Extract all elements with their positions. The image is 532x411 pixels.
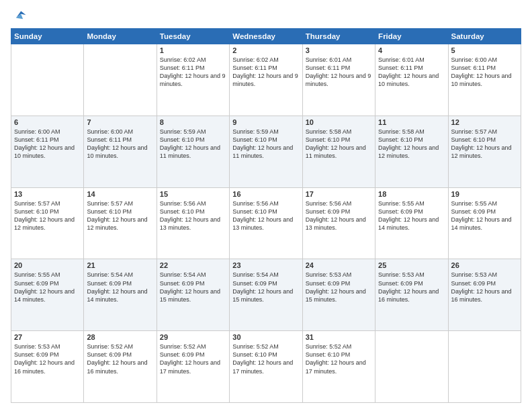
- day-info: Sunrise: 5:53 AM Sunset: 6:09 PM Dayligh…: [451, 271, 518, 304]
- weekday-header-tuesday: Tuesday: [157, 29, 229, 44]
- day-number: 14: [87, 190, 153, 198]
- day-number: 19: [451, 190, 518, 198]
- day-number: 29: [160, 333, 226, 341]
- day-info: Sunrise: 5:59 AM Sunset: 6:10 PM Dayligh…: [160, 128, 226, 161]
- day-info: Sunrise: 5:54 AM Sunset: 6:09 PM Dayligh…: [160, 271, 226, 304]
- day-info: Sunrise: 6:01 AM Sunset: 6:11 PM Dayligh…: [306, 56, 372, 89]
- day-info: Sunrise: 6:00 AM Sunset: 6:11 PM Dayligh…: [14, 128, 81, 161]
- week-row-4: 20Sunrise: 5:55 AM Sunset: 6:09 PM Dayli…: [11, 259, 521, 331]
- day-info: Sunrise: 5:53 AM Sunset: 6:09 PM Dayligh…: [14, 342, 81, 375]
- day-info: Sunrise: 5:58 AM Sunset: 6:10 PM Dayligh…: [306, 128, 372, 161]
- day-info: Sunrise: 6:00 AM Sunset: 6:11 PM Dayligh…: [451, 56, 518, 89]
- day-number: 15: [160, 190, 226, 198]
- calendar-cell: 18Sunrise: 5:55 AM Sunset: 6:09 PM Dayli…: [375, 187, 448, 259]
- calendar-cell: 23Sunrise: 5:54 AM Sunset: 6:09 PM Dayli…: [230, 259, 302, 331]
- day-number: 30: [232, 333, 299, 341]
- calendar-cell: [448, 331, 521, 403]
- day-info: Sunrise: 5:52 AM Sunset: 6:09 PM Dayligh…: [160, 342, 226, 375]
- day-number: 27: [14, 333, 81, 341]
- calendar-cell: 19Sunrise: 5:55 AM Sunset: 6:09 PM Dayli…: [448, 187, 521, 259]
- calendar-cell: 6Sunrise: 6:00 AM Sunset: 6:11 PM Daylig…: [11, 116, 84, 187]
- calendar-cell: 7Sunrise: 6:00 AM Sunset: 6:11 PM Daylig…: [84, 116, 157, 187]
- day-number: 18: [378, 190, 445, 198]
- day-info: Sunrise: 5:52 AM Sunset: 6:09 PM Dayligh…: [87, 342, 153, 375]
- calendar-cell: 30Sunrise: 5:52 AM Sunset: 6:10 PM Dayli…: [230, 331, 302, 403]
- page: SundayMondayTuesdayWednesdayThursdayFrid…: [0, 0, 532, 411]
- day-number: 4: [378, 46, 445, 54]
- day-info: Sunrise: 5:59 AM Sunset: 6:10 PM Dayligh…: [232, 128, 299, 161]
- calendar-cell: 4Sunrise: 6:01 AM Sunset: 6:11 PM Daylig…: [375, 44, 448, 116]
- day-info: Sunrise: 6:01 AM Sunset: 6:11 PM Dayligh…: [378, 56, 445, 89]
- day-number: 26: [451, 261, 518, 269]
- calendar-cell: 14Sunrise: 5:57 AM Sunset: 6:10 PM Dayli…: [84, 187, 157, 259]
- day-info: Sunrise: 5:57 AM Sunset: 6:10 PM Dayligh…: [14, 199, 81, 232]
- day-number: 13: [14, 190, 81, 198]
- calendar-cell: 15Sunrise: 5:56 AM Sunset: 6:10 PM Dayli…: [157, 187, 229, 259]
- calendar-cell: 10Sunrise: 5:58 AM Sunset: 6:10 PM Dayli…: [302, 116, 375, 187]
- day-info: Sunrise: 5:53 AM Sunset: 6:09 PM Dayligh…: [306, 271, 372, 304]
- calendar-cell: 28Sunrise: 5:52 AM Sunset: 6:09 PM Dayli…: [84, 331, 157, 403]
- day-info: Sunrise: 5:55 AM Sunset: 6:09 PM Dayligh…: [14, 271, 81, 304]
- calendar-cell: [84, 44, 157, 116]
- day-info: Sunrise: 5:54 AM Sunset: 6:09 PM Dayligh…: [232, 271, 299, 304]
- calendar-cell: 27Sunrise: 5:53 AM Sunset: 6:09 PM Dayli…: [11, 331, 84, 403]
- day-info: Sunrise: 6:02 AM Sunset: 6:11 PM Dayligh…: [160, 56, 226, 89]
- day-number: 10: [306, 118, 372, 126]
- calendar-cell: 9Sunrise: 5:59 AM Sunset: 6:10 PM Daylig…: [230, 116, 302, 187]
- day-info: Sunrise: 6:02 AM Sunset: 6:11 PM Dayligh…: [232, 56, 299, 89]
- week-row-3: 13Sunrise: 5:57 AM Sunset: 6:10 PM Dayli…: [11, 187, 521, 259]
- calendar-cell: 8Sunrise: 5:59 AM Sunset: 6:10 PM Daylig…: [157, 116, 229, 187]
- day-number: 11: [378, 118, 445, 126]
- day-number: 2: [232, 46, 299, 54]
- day-number: 31: [306, 333, 372, 341]
- calendar-cell: 2Sunrise: 6:02 AM Sunset: 6:11 PM Daylig…: [230, 44, 302, 116]
- calendar-cell: 1Sunrise: 6:02 AM Sunset: 6:11 PM Daylig…: [157, 44, 229, 116]
- day-info: Sunrise: 5:52 AM Sunset: 6:10 PM Dayligh…: [232, 342, 299, 375]
- day-number: 6: [14, 118, 81, 126]
- calendar-cell: 5Sunrise: 6:00 AM Sunset: 6:11 PM Daylig…: [448, 44, 521, 116]
- calendar-cell: 21Sunrise: 5:54 AM Sunset: 6:09 PM Dayli…: [84, 259, 157, 331]
- calendar-table: SundayMondayTuesdayWednesdayThursdayFrid…: [11, 28, 521, 403]
- calendar-cell: 13Sunrise: 5:57 AM Sunset: 6:10 PM Dayli…: [11, 187, 84, 259]
- calendar-cell: 11Sunrise: 5:58 AM Sunset: 6:10 PM Dayli…: [375, 116, 448, 187]
- day-info: Sunrise: 5:55 AM Sunset: 6:09 PM Dayligh…: [451, 199, 518, 232]
- day-number: 22: [160, 261, 226, 269]
- day-info: Sunrise: 5:55 AM Sunset: 6:09 PM Dayligh…: [378, 199, 445, 232]
- day-number: 28: [87, 333, 153, 341]
- calendar-cell: 24Sunrise: 5:53 AM Sunset: 6:09 PM Dayli…: [302, 259, 375, 331]
- weekday-header-monday: Monday: [84, 29, 157, 44]
- calendar-cell: 29Sunrise: 5:52 AM Sunset: 6:09 PM Dayli…: [157, 331, 229, 403]
- week-row-2: 6Sunrise: 6:00 AM Sunset: 6:11 PM Daylig…: [11, 116, 521, 187]
- day-number: 7: [87, 118, 153, 126]
- day-info: Sunrise: 5:54 AM Sunset: 6:09 PM Dayligh…: [87, 271, 153, 304]
- calendar-cell: 16Sunrise: 5:56 AM Sunset: 6:10 PM Dayli…: [230, 187, 302, 259]
- calendar-cell: [11, 44, 84, 116]
- day-number: 23: [232, 261, 299, 269]
- day-number: 17: [306, 190, 372, 198]
- day-number: 3: [306, 46, 372, 54]
- day-number: 1: [160, 46, 226, 54]
- day-number: 25: [378, 261, 445, 269]
- week-row-1: 1Sunrise: 6:02 AM Sunset: 6:11 PM Daylig…: [11, 44, 521, 116]
- day-info: Sunrise: 5:56 AM Sunset: 6:09 PM Dayligh…: [306, 199, 372, 232]
- day-number: 16: [232, 190, 299, 198]
- day-number: 21: [87, 261, 153, 269]
- day-info: Sunrise: 5:57 AM Sunset: 6:10 PM Dayligh…: [87, 199, 153, 232]
- header: [11, 8, 521, 23]
- weekday-header-saturday: Saturday: [448, 29, 521, 44]
- calendar-cell: 3Sunrise: 6:01 AM Sunset: 6:11 PM Daylig…: [302, 44, 375, 116]
- calendar-cell: 26Sunrise: 5:53 AM Sunset: 6:09 PM Dayli…: [448, 259, 521, 331]
- day-number: 9: [232, 118, 299, 126]
- calendar-cell: 22Sunrise: 5:54 AM Sunset: 6:09 PM Dayli…: [157, 259, 229, 331]
- calendar-cell: 17Sunrise: 5:56 AM Sunset: 6:09 PM Dayli…: [302, 187, 375, 259]
- day-info: Sunrise: 5:53 AM Sunset: 6:09 PM Dayligh…: [378, 271, 445, 304]
- weekday-header-wednesday: Wednesday: [230, 29, 302, 44]
- day-number: 20: [14, 261, 81, 269]
- calendar-cell: 25Sunrise: 5:53 AM Sunset: 6:09 PM Dayli…: [375, 259, 448, 331]
- day-info: Sunrise: 5:56 AM Sunset: 6:10 PM Dayligh…: [232, 199, 299, 232]
- week-row-5: 27Sunrise: 5:53 AM Sunset: 6:09 PM Dayli…: [11, 331, 521, 403]
- calendar-cell: [375, 331, 448, 403]
- day-info: Sunrise: 5:56 AM Sunset: 6:10 PM Dayligh…: [160, 199, 226, 232]
- day-info: Sunrise: 5:58 AM Sunset: 6:10 PM Dayligh…: [378, 128, 445, 161]
- logo: [11, 8, 27, 23]
